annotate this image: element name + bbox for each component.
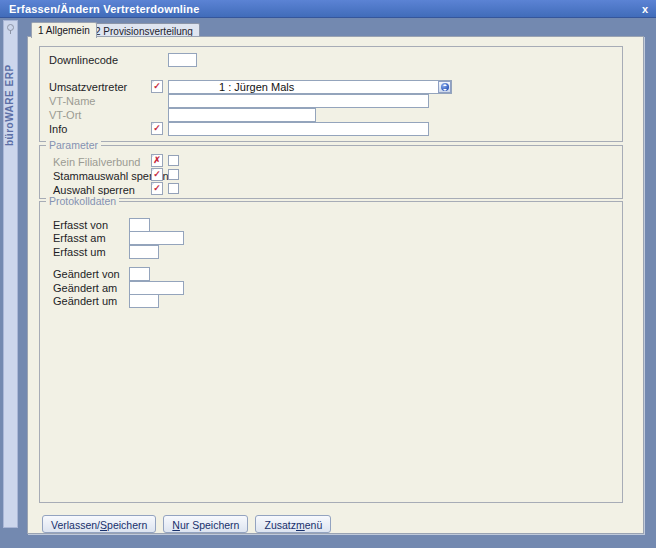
tab-content-panel: Downlinecode Umsatzvertreter ✓ 1 : Jürge… — [27, 36, 644, 534]
vt-name-label: VT-Name — [49, 94, 95, 108]
geaendert-von-input[interactable] — [129, 267, 150, 281]
protokolldaten-legend: Protokolldaten — [46, 195, 119, 207]
erfasst-von-input[interactable] — [129, 218, 150, 232]
umsatzvertreter-value: 1 : Jürgen Mals — [169, 81, 451, 93]
edit-flag-icon[interactable]: ✓ — [151, 122, 163, 135]
info-input[interactable] — [168, 122, 429, 136]
tab-allgemein-label: 1 Allgemein — [38, 25, 90, 36]
close-icon[interactable]: x — [642, 1, 648, 17]
erfasst-von-label: Erfasst von — [53, 218, 108, 232]
parameter-legend: Parameter — [46, 139, 101, 151]
verlassen-speichern-button[interactable]: Verlassen/Speichern — [42, 515, 156, 533]
edit-flag-icon[interactable]: ✓ — [151, 80, 163, 93]
kein-filialverbund-label: Kein Filialverbund — [53, 155, 140, 169]
geaendert-um-label: Geändert um — [53, 294, 117, 308]
geaendert-um-input[interactable] — [129, 294, 159, 308]
erfasst-am-label: Erfasst am — [53, 231, 106, 245]
edit-check-icon[interactable]: ✓ — [151, 168, 163, 181]
geaendert-am-input[interactable] — [129, 281, 184, 295]
dropdown-spinner-icon[interactable] — [438, 81, 451, 93]
stammauswahl-sperren-checkbox[interactable] — [168, 169, 179, 180]
pin-icon[interactable] — [7, 24, 15, 32]
auswahl-sperren-checkbox[interactable] — [168, 183, 179, 194]
sidebar-strip: büroWARE ERP — [3, 20, 18, 528]
brand-label: büroWARE ERP — [4, 49, 17, 161]
zusatzmenu-button[interactable]: Zusatzmenü — [255, 515, 331, 533]
erfasst-um-input[interactable] — [129, 245, 159, 259]
button-bar: Verlassen/Speichern Nur Speichern Zusatz… — [42, 515, 331, 533]
application-window: { "colors": { "titlebar_blue": "#4a74c6"… — [0, 0, 656, 548]
vt-name-input[interactable] — [168, 94, 429, 108]
edit-cross-icon[interactable]: ✗ — [151, 154, 163, 167]
info-label: Info — [49, 122, 67, 136]
geaendert-am-label: Geändert am — [53, 281, 117, 295]
nur-speichern-button[interactable]: Nur Speichern — [163, 515, 248, 533]
downlinecode-label: Downlinecode — [49, 53, 118, 67]
geaendert-von-label: Geändert von — [53, 267, 120, 281]
tab-provisionsverteilung[interactable]: 2 Provisionsverteilung — [88, 23, 200, 37]
erfasst-um-label: Erfasst um — [53, 245, 106, 259]
umsatzvertreter-label: Umsatzvertreter — [49, 80, 127, 94]
erfasst-am-input[interactable] — [129, 231, 184, 245]
vt-ort-input[interactable] — [168, 108, 316, 122]
window-title: Erfassen/Ändern Vertreterdownline — [0, 3, 200, 15]
tab-allgemein[interactable]: 1 Allgemein — [31, 22, 97, 38]
titlebar: Erfassen/Ändern Vertreterdownline x — [0, 0, 656, 18]
vt-ort-label: VT-Ort — [49, 108, 81, 122]
edit-check-icon[interactable]: ✓ — [151, 182, 163, 195]
umsatzvertreter-dropdown[interactable]: 1 : Jürgen Mals — [168, 80, 452, 94]
downlinecode-input[interactable] — [168, 53, 197, 67]
protokolldaten-groupbox: Protokolldaten — [39, 201, 623, 503]
kein-filialverbund-checkbox[interactable] — [168, 155, 179, 166]
